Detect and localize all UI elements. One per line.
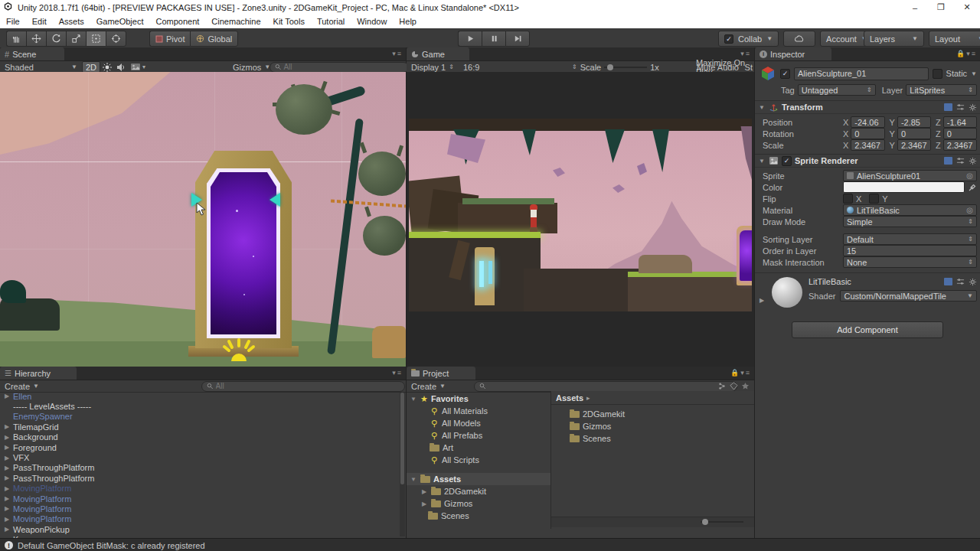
hierarchy-item[interactable]: ▶PassThroughPlatform xyxy=(0,463,400,473)
add-component-button[interactable]: Add Component xyxy=(792,321,943,338)
hierarchy-panel-menu-icon[interactable]: ▾≡ xyxy=(392,369,403,377)
cloud-button[interactable] xyxy=(783,31,815,47)
inspector-tab[interactable]: i Inspector xyxy=(755,47,831,60)
object-picker-icon[interactable]: ◎ xyxy=(966,171,973,180)
layer-dropdown[interactable]: LitSprites⇕ xyxy=(906,84,977,96)
project-favorite-item[interactable]: ⚲All Models xyxy=(407,417,550,429)
material-object-field[interactable]: LitTileBasic ◎ xyxy=(843,204,977,216)
sprite-renderer-header[interactable]: ▼ ✓ Sprite Renderer xyxy=(755,154,980,168)
project-favorite-item[interactable]: Art xyxy=(407,442,550,454)
shader-dropdown[interactable]: Custom/NormalMappedTile▼ xyxy=(840,290,977,302)
project-favorite-icon[interactable] xyxy=(739,381,752,391)
scene-tab[interactable]: # Scene xyxy=(0,47,64,60)
hierarchy-item[interactable]: ▶MovingPlatform xyxy=(0,484,400,494)
project-folder-item[interactable]: 2DGamekit xyxy=(551,408,754,420)
gameobject-name-field[interactable] xyxy=(794,67,929,80)
2d-toggle[interactable]: 2D xyxy=(82,61,100,73)
object-picker-icon[interactable]: ◎ xyxy=(966,206,973,214)
rotation-y-field[interactable] xyxy=(897,128,931,139)
pause-button[interactable] xyxy=(482,31,505,47)
gameobject-active-checkbox[interactable]: ✓ xyxy=(780,69,790,79)
collab-dropdown[interactable]: ✓ Collab▼ xyxy=(718,31,779,47)
hierarchy-item[interactable]: ----- LevelAssets ----- xyxy=(0,401,400,411)
hierarchy-tab[interactable]: ☰ Hierarchy xyxy=(0,367,77,380)
hierarchy-item[interactable]: ▶Ellen xyxy=(0,391,400,401)
sorting-layer-dropdown[interactable]: Default⇕ xyxy=(843,233,977,245)
material-preview-sphere[interactable] xyxy=(772,277,802,308)
project-breadcrumb[interactable]: Assets ▸ xyxy=(551,391,754,405)
play-button[interactable] xyxy=(458,31,482,47)
menu-gameobject[interactable]: GameObject xyxy=(90,15,150,28)
hierarchy-scrollbar[interactable] xyxy=(400,393,405,536)
gameobject-name-input[interactable] xyxy=(798,69,925,78)
project-panel-menu-icon[interactable]: 🔒▾≡ xyxy=(730,369,751,377)
eyedropper-icon[interactable] xyxy=(968,183,977,192)
mute-audio-toggle[interactable]: Mute Audio xyxy=(692,61,743,73)
gear-icon[interactable] xyxy=(969,157,977,165)
display-dropdown[interactable]: Display 1⇕ xyxy=(407,61,459,73)
project-search-input[interactable] xyxy=(488,382,732,390)
menu-tutorial[interactable]: Tutorial xyxy=(311,15,351,28)
menu-kit-tools[interactable]: Kit Tools xyxy=(267,15,311,28)
scene-viewport[interactable] xyxy=(0,72,406,367)
hierarchy-item[interactable]: ▶MovingPlatform xyxy=(0,494,400,504)
gear-icon[interactable] xyxy=(969,103,977,112)
scene-gizmos-dropdown[interactable]: Gizmos▼ xyxy=(228,61,275,73)
scale-slider[interactable] xyxy=(604,67,647,68)
menu-window[interactable]: Window xyxy=(351,15,393,28)
project-tree-folder[interactable]: ▶2DGamekit xyxy=(407,485,550,497)
menu-cinemachine[interactable]: Cinemachine xyxy=(205,15,266,28)
scene-audio-icon[interactable] xyxy=(114,62,128,72)
stats-toggle[interactable]: St xyxy=(743,61,754,73)
sprite-object-field[interactable]: AlienSculpture01 ◎ xyxy=(843,170,977,181)
static-checkbox[interactable] xyxy=(933,69,942,79)
project-favorite-item[interactable]: ⚲All Scripts xyxy=(407,454,550,466)
preset-icon[interactable] xyxy=(956,103,965,111)
gear-icon[interactable] xyxy=(969,278,977,286)
static-dropdown-icon[interactable]: ▼ xyxy=(971,70,977,77)
hierarchy-item[interactable]: ▶Background xyxy=(0,432,400,442)
shaded-dropdown[interactable]: Shaded▼ xyxy=(0,61,82,73)
hierarchy-item[interactable]: EnemySpawner xyxy=(0,412,400,422)
menu-edit[interactable]: Edit xyxy=(26,15,53,28)
scene-search[interactable] xyxy=(270,62,409,73)
project-tab[interactable]: Project xyxy=(407,367,475,380)
project-assets-root[interactable]: ▼ Assets xyxy=(407,473,550,485)
hierarchy-item[interactable]: ▶Foreground xyxy=(0,442,400,452)
project-zoom-slider[interactable] xyxy=(701,521,743,523)
hierarchy-item[interactable]: ▶PassThroughPlatform xyxy=(0,473,400,483)
hierarchy-item[interactable]: ▶TilemapGrid xyxy=(0,422,400,432)
inspector-panel-menu-icon[interactable]: 🔒▾≡ xyxy=(956,50,977,57)
rotation-x-field[interactable] xyxy=(851,128,884,139)
transform-tool-icon[interactable] xyxy=(106,31,126,47)
rect-tool-icon[interactable] xyxy=(86,31,106,47)
order-in-layer-field[interactable] xyxy=(843,245,977,256)
layout-dropdown[interactable]: Layout▼ xyxy=(929,31,980,47)
aspect-dropdown[interactable]: 16:9 xyxy=(459,61,484,73)
project-folder-item[interactable]: Scenes xyxy=(551,432,754,445)
project-favorite-item[interactable]: ⚲All Materials xyxy=(407,405,550,417)
color-swatch[interactable] xyxy=(843,181,965,193)
help-book-icon[interactable] xyxy=(944,278,952,285)
move-tool-icon[interactable] xyxy=(26,31,46,47)
project-tree-folder[interactable]: ▶Gizmos xyxy=(407,497,550,510)
scale-z-field[interactable] xyxy=(943,139,977,151)
game-tab[interactable]: Game xyxy=(407,47,469,60)
game-panel-menu-icon[interactable]: ▾≡ xyxy=(740,50,751,57)
scene-lighting-icon[interactable] xyxy=(100,62,114,72)
scene-effects-icon[interactable]: ▾ xyxy=(128,62,148,72)
global-toggle[interactable]: Global xyxy=(190,31,238,47)
game-viewport[interactable] xyxy=(407,72,754,367)
project-search[interactable] xyxy=(474,381,737,392)
pivot-toggle[interactable]: Pivot xyxy=(149,31,190,47)
menu-assets[interactable]: Assets xyxy=(53,15,90,28)
sprite-renderer-enabled-checkbox[interactable]: ✓ xyxy=(782,156,792,166)
hierarchy-item[interactable]: ▶VFX xyxy=(0,452,400,462)
draw-mode-dropdown[interactable]: Simple⇕ xyxy=(843,216,977,227)
flip-y-checkbox[interactable] xyxy=(869,194,879,204)
status-bar[interactable]: ! Default GameObject BitMask: c already … xyxy=(0,538,980,551)
scene-panel-menu-icon[interactable]: ▾≡ xyxy=(392,50,403,57)
hierarchy-create-dropdown[interactable]: Create▼ xyxy=(0,380,44,392)
project-tree-folder[interactable]: Scenes xyxy=(407,510,550,522)
step-button[interactable] xyxy=(505,31,530,47)
